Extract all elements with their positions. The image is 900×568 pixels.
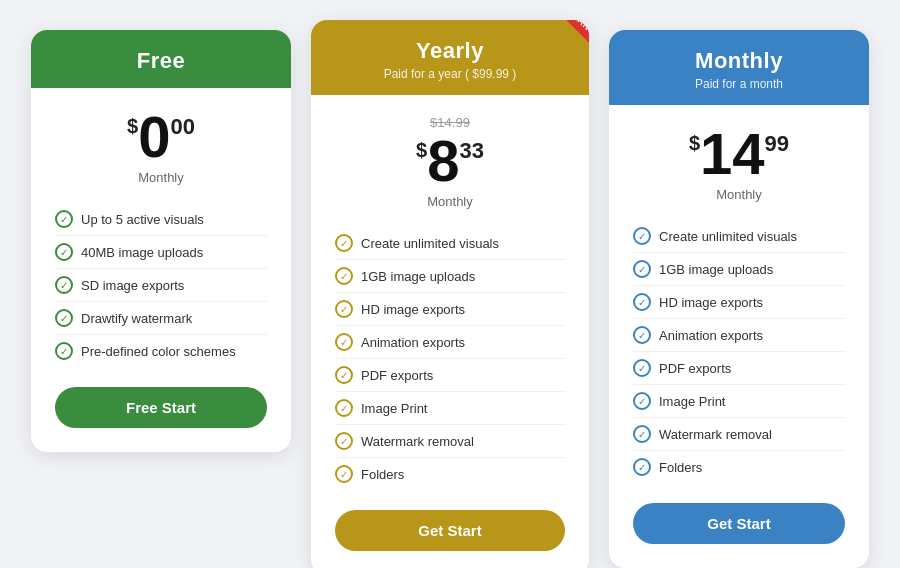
monthly-feature-5: ✓ PDF exports	[633, 352, 845, 385]
free-price-decimal: 00	[170, 116, 194, 138]
monthly-start-button[interactable]: Get Start	[633, 503, 845, 544]
yearly-feature-label-6: Image Print	[361, 401, 427, 416]
monthly-feature-label-7: Watermark removal	[659, 427, 772, 442]
check-icon: ✓	[335, 333, 353, 351]
check-icon: ✓	[335, 366, 353, 384]
monthly-plan-header: Monthly Paid for a month	[609, 30, 869, 105]
free-plan-card: Free $ 0 00 Monthly ✓ Up to 5 active vis…	[31, 30, 291, 452]
monthly-price-decimal: 99	[765, 133, 789, 155]
check-icon: ✓	[335, 399, 353, 417]
monthly-dollar-sign: $	[689, 133, 700, 153]
free-plan-title: Free	[51, 48, 271, 74]
free-dollar-sign: $	[127, 116, 138, 136]
check-icon: ✓	[633, 227, 651, 245]
yearly-feature-5: ✓ PDF exports	[335, 359, 565, 392]
yearly-feature-1: ✓ Create unlimited visuals	[335, 227, 565, 260]
check-icon: ✓	[55, 243, 73, 261]
check-icon: ✓	[55, 309, 73, 327]
pricing-container: Free $ 0 00 Monthly ✓ Up to 5 active vis…	[11, 0, 889, 568]
yearly-feature-2: ✓ 1GB image uploads	[335, 260, 565, 293]
monthly-plan-body: $ 14 99 Monthly ✓ Create unlimited visua…	[609, 105, 869, 568]
yearly-price-period: Monthly	[335, 194, 565, 209]
monthly-feature-label-6: Image Print	[659, 394, 725, 409]
yearly-feature-label-7: Watermark removal	[361, 434, 474, 449]
yearly-plan-card: POPULAR Yearly Paid for a year ( $99.99 …	[311, 20, 589, 568]
check-icon: ✓	[633, 326, 651, 344]
check-icon: ✓	[335, 300, 353, 318]
monthly-feature-2: ✓ 1GB image uploads	[633, 253, 845, 286]
check-icon: ✓	[55, 210, 73, 228]
yearly-features-list: ✓ Create unlimited visuals ✓ 1GB image u…	[335, 227, 565, 490]
free-plan-header: Free	[31, 30, 291, 88]
free-price-main: $ 0 00	[55, 108, 267, 166]
yearly-price-block: $14.99 $ 8 33 Monthly	[335, 115, 565, 209]
free-feature-5: ✓ Pre-defined color schemes	[55, 335, 267, 367]
check-icon: ✓	[633, 293, 651, 311]
monthly-features-list: ✓ Create unlimited visuals ✓ 1GB image u…	[633, 220, 845, 483]
yearly-feature-8: ✓ Folders	[335, 458, 565, 490]
free-price-integer: 0	[138, 108, 170, 166]
free-feature-label-4: Drawtify watermark	[81, 311, 192, 326]
check-icon: ✓	[55, 276, 73, 294]
free-feature-label-3: SD image exports	[81, 278, 184, 293]
yearly-feature-3: ✓ HD image exports	[335, 293, 565, 326]
yearly-plan-body: $14.99 $ 8 33 Monthly ✓ Create unlimited…	[311, 95, 589, 568]
free-feature-label-2: 40MB image uploads	[81, 245, 203, 260]
monthly-plan-subtext: Paid for a month	[629, 77, 849, 91]
free-plan-body: $ 0 00 Monthly ✓ Up to 5 active visuals …	[31, 88, 291, 452]
yearly-dollar-sign: $	[416, 140, 427, 160]
free-feature-label-5: Pre-defined color schemes	[81, 344, 236, 359]
free-start-button[interactable]: Free Start	[55, 387, 267, 428]
monthly-feature-3: ✓ HD image exports	[633, 286, 845, 319]
free-price-block: $ 0 00 Monthly	[55, 108, 267, 185]
check-icon: ✓	[633, 425, 651, 443]
yearly-plan-title: Yearly	[331, 38, 569, 64]
monthly-feature-label-2: 1GB image uploads	[659, 262, 773, 277]
free-features-list: ✓ Up to 5 active visuals ✓ 40MB image up…	[55, 203, 267, 367]
monthly-feature-label-3: HD image exports	[659, 295, 763, 310]
check-icon: ✓	[335, 432, 353, 450]
yearly-feature-label-1: Create unlimited visuals	[361, 236, 499, 251]
check-icon: ✓	[633, 458, 651, 476]
yearly-feature-7: ✓ Watermark removal	[335, 425, 565, 458]
monthly-price-period: Monthly	[633, 187, 845, 202]
monthly-feature-label-1: Create unlimited visuals	[659, 229, 797, 244]
monthly-feature-label-5: PDF exports	[659, 361, 731, 376]
check-icon: ✓	[335, 465, 353, 483]
yearly-feature-label-4: Animation exports	[361, 335, 465, 350]
yearly-feature-label-2: 1GB image uploads	[361, 269, 475, 284]
monthly-feature-7: ✓ Watermark removal	[633, 418, 845, 451]
monthly-feature-8: ✓ Folders	[633, 451, 845, 483]
yearly-price-decimal: 33	[459, 140, 483, 162]
free-feature-label-1: Up to 5 active visuals	[81, 212, 204, 227]
check-icon: ✓	[55, 342, 73, 360]
yearly-feature-4: ✓ Animation exports	[335, 326, 565, 359]
yearly-feature-label-8: Folders	[361, 467, 404, 482]
check-icon: ✓	[633, 359, 651, 377]
check-icon: ✓	[633, 260, 651, 278]
monthly-price-main: $ 14 99	[633, 125, 845, 183]
yearly-plan-header: Yearly Paid for a year ( $99.99 )	[311, 20, 589, 95]
yearly-feature-label-3: HD image exports	[361, 302, 465, 317]
monthly-feature-1: ✓ Create unlimited visuals	[633, 220, 845, 253]
yearly-price-integer: 8	[427, 132, 459, 190]
check-icon: ✓	[633, 392, 651, 410]
free-feature-3: ✓ SD image exports	[55, 269, 267, 302]
free-feature-4: ✓ Drawtify watermark	[55, 302, 267, 335]
yearly-price-main: $ 8 33	[335, 132, 565, 190]
yearly-start-button[interactable]: Get Start	[335, 510, 565, 551]
monthly-plan-card: Monthly Paid for a month $ 14 99 Monthly…	[609, 30, 869, 568]
check-icon: ✓	[335, 234, 353, 252]
monthly-feature-label-4: Animation exports	[659, 328, 763, 343]
monthly-feature-label-8: Folders	[659, 460, 702, 475]
monthly-feature-4: ✓ Animation exports	[633, 319, 845, 352]
monthly-price-block: $ 14 99 Monthly	[633, 125, 845, 202]
monthly-feature-6: ✓ Image Print	[633, 385, 845, 418]
yearly-plan-subtext: Paid for a year ( $99.99 )	[331, 67, 569, 81]
check-icon: ✓	[335, 267, 353, 285]
yearly-feature-label-5: PDF exports	[361, 368, 433, 383]
free-feature-2: ✓ 40MB image uploads	[55, 236, 267, 269]
monthly-plan-title: Monthly	[629, 48, 849, 74]
monthly-price-integer: 14	[700, 125, 765, 183]
yearly-feature-6: ✓ Image Print	[335, 392, 565, 425]
